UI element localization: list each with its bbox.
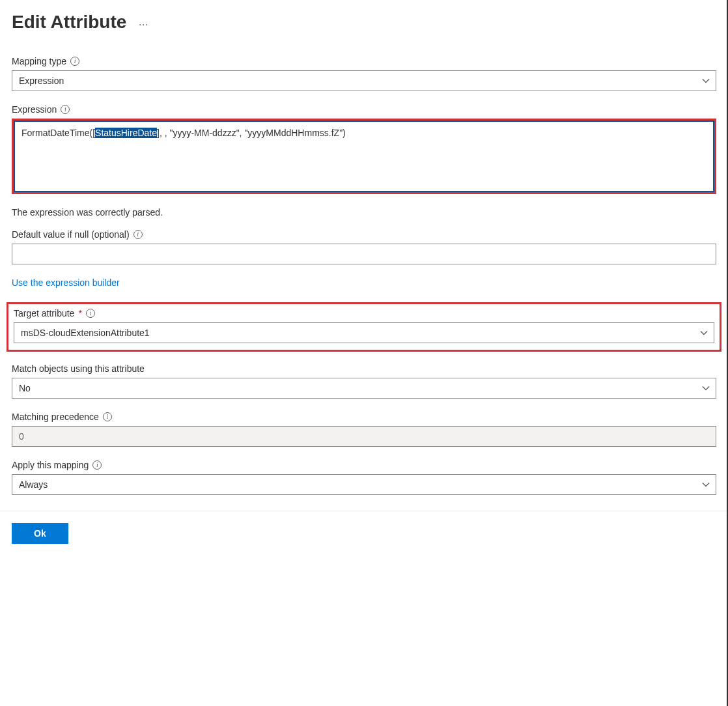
- info-icon: i: [70, 57, 79, 66]
- match-objects-select[interactable]: No: [12, 378, 716, 399]
- expression-field: Expression i FormatDateTime([StatusHireD…: [12, 104, 716, 194]
- mapping-type-field: Mapping type i Expression: [12, 56, 716, 91]
- required-star: *: [78, 308, 81, 318]
- matching-precedence-field: Matching precedence i: [12, 412, 716, 447]
- apply-mapping-value: Always: [19, 479, 48, 490]
- match-objects-value: No: [19, 383, 31, 393]
- apply-mapping-select[interactable]: Always: [12, 474, 716, 495]
- info-icon: i: [103, 412, 112, 421]
- match-objects-field: Match objects using this attribute No: [12, 363, 716, 399]
- matching-precedence-input: [12, 426, 716, 447]
- mapping-type-select[interactable]: Expression: [12, 70, 716, 91]
- target-attribute-label: Target attribute: [14, 308, 74, 318]
- default-value-field: Default value if null (optional) i: [12, 229, 716, 264]
- info-icon: i: [61, 105, 70, 114]
- match-objects-label: Match objects using this attribute: [12, 363, 145, 374]
- more-actions-button[interactable]: …: [138, 16, 150, 28]
- expression-builder-link[interactable]: Use the expression builder: [12, 277, 120, 288]
- expression-textarea[interactable]: FormatDateTime([StatusHireDate], , "yyyy…: [14, 120, 714, 192]
- apply-mapping-label: Apply this mapping: [12, 460, 89, 470]
- expression-label: Expression: [12, 104, 57, 115]
- parse-status-text: The expression was correctly parsed.: [12, 207, 716, 218]
- apply-mapping-field: Apply this mapping i Always: [12, 460, 716, 495]
- info-icon: i: [133, 230, 143, 239]
- default-value-label: Default value if null (optional): [12, 229, 130, 240]
- expression-text-prefix: FormatDateTime([: [21, 128, 95, 138]
- page-title: Edit Attribute: [12, 12, 126, 33]
- mapping-type-label: Mapping type: [12, 56, 66, 66]
- ok-button[interactable]: Ok: [12, 523, 68, 544]
- mapping-type-value: Expression: [19, 76, 64, 86]
- info-icon: i: [86, 309, 95, 318]
- expression-text-suffix: ], , "yyyy-MM-ddzzz", "yyyyMMddHHmmss.fZ…: [157, 128, 346, 138]
- divider: [0, 511, 728, 511]
- target-attribute-highlight-box: Target attribute * i msDS-cloudExtension…: [7, 302, 721, 352]
- expression-highlight-box: FormatDateTime([StatusHireDate], , "yyyy…: [12, 119, 716, 194]
- default-value-input[interactable]: [12, 244, 716, 264]
- target-attribute-select[interactable]: msDS-cloudExtensionAttribute1: [14, 322, 714, 343]
- target-attribute-value: msDS-cloudExtensionAttribute1: [21, 328, 150, 338]
- matching-precedence-label: Matching precedence: [12, 412, 99, 422]
- info-icon: i: [92, 460, 102, 470]
- expression-text-highlight: StatusHireDate: [95, 128, 157, 138]
